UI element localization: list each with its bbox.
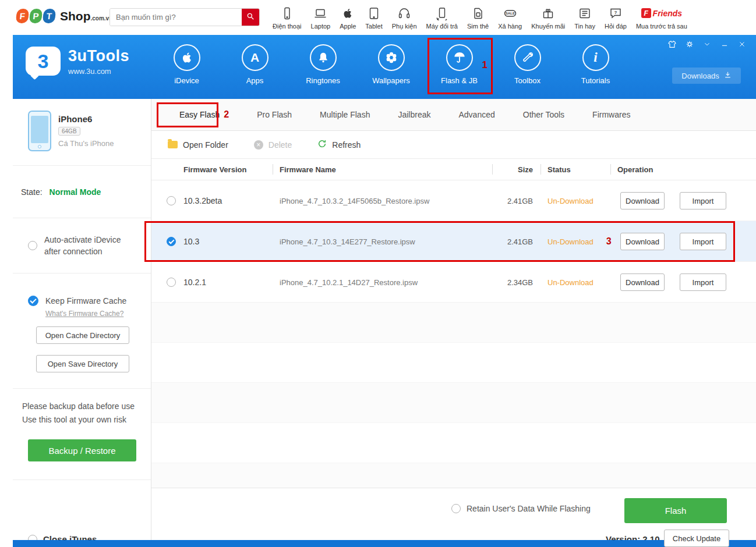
tab-label: Pro Flash <box>257 110 292 119</box>
app-logo[interactable]: 3 3uTools www.3u.com <box>26 47 129 76</box>
app-nav-toolbox[interactable]: Toolbox <box>493 44 561 85</box>
tab-firmwares[interactable]: Firmwares <box>578 99 644 130</box>
table-row[interactable]: 10.2.1 iPhone_4.7_10.2.1_14D27_Restore.i… <box>151 262 756 303</box>
app-nav-label: Flash & JB <box>441 76 478 85</box>
refresh-label: Refresh <box>332 140 361 150</box>
import-button[interactable]: Import <box>680 274 726 291</box>
tab-pro-flash[interactable]: Pro Flash <box>243 99 306 130</box>
site-nav-label: Apple <box>340 23 356 30</box>
firmware-size: 2.41GB <box>478 221 533 262</box>
tab-easy-flash[interactable]: Easy Flash 2 <box>165 99 243 130</box>
firmware-name: iPhone_4.7_10.3.2_14F5065b_Restore.ipsw <box>280 180 429 221</box>
site-nav-khuyen-mai[interactable]: Khuyến mãi <box>527 0 570 35</box>
site-nav-tin-hay[interactable]: Tin hay <box>570 0 600 35</box>
news-icon <box>578 6 592 21</box>
empty-rows-area <box>151 303 756 488</box>
search-input[interactable] <box>110 9 242 26</box>
open-save-directory-button[interactable]: Open Save Directory <box>36 355 129 372</box>
flash-button[interactable]: Flash <box>624 498 727 523</box>
site-nav-sim-the[interactable]: Sim thẻ <box>462 0 493 35</box>
site-nav-label: Xả hàng <box>498 23 522 30</box>
site-nav-label: Phụ kiện <box>392 23 417 30</box>
site-nav-mua-truoc-tra-sau[interactable]: F Friends Mua trước trả sau <box>631 0 692 35</box>
keep-cache-checkbox[interactable] <box>28 296 38 306</box>
bell-icon <box>310 44 337 71</box>
whats-firmware-cache-link[interactable]: What's Firmware Cache? <box>45 310 123 318</box>
backup-restore-button[interactable]: Backup / Restore <box>28 439 136 461</box>
site-nav-may-doi-tra[interactable]: Máy đổi trả <box>422 0 462 35</box>
table-row[interactable]: 10.3.2beta iPhone_4.7_10.3.2_14F5065b_Re… <box>151 180 756 221</box>
search-button[interactable] <box>242 9 259 26</box>
firmware-toolbar: Open Folder Delete Refresh <box>151 131 756 159</box>
app-nav-label: Tutorials <box>581 76 610 85</box>
tab-label: Other Tools <box>523 110 564 119</box>
import-button[interactable]: Import <box>680 192 726 209</box>
firmware-version: 10.3 <box>183 221 199 262</box>
retain-data-radio[interactable] <box>451 504 461 513</box>
firmware-name: iPhone_4.7_10.3_14E277_Restore.ipsw <box>280 221 415 262</box>
app-nav-ringtones[interactable]: Ringtones <box>289 44 357 85</box>
info-letter: i <box>594 50 597 65</box>
tab-label: Multiple Flash <box>320 110 370 119</box>
tab-multiple-flash[interactable]: Multiple Flash <box>306 99 384 130</box>
refresh-button[interactable]: Refresh <box>317 139 361 150</box>
minimize-icon[interactable] <box>719 40 729 48</box>
state-value: Normal Mode <box>50 187 101 197</box>
download-button[interactable]: Download <box>620 192 665 209</box>
import-button[interactable]: Import <box>680 233 726 250</box>
window-controls <box>667 40 747 48</box>
auto-activate-label: Auto-activate iDevice after connection <box>44 234 129 257</box>
app-title: 3uTools <box>68 47 129 65</box>
firmware-status: Un-Download <box>547 180 594 221</box>
firmware-size: 2.41GB <box>478 180 533 221</box>
empty-row <box>151 343 756 383</box>
smartphone-icon <box>280 6 294 21</box>
auto-activate-section: Auto-activate iDevice after connection <box>13 218 151 274</box>
theme-shirt-icon[interactable] <box>667 40 677 48</box>
app-nav-label: Wallpapers <box>372 76 410 85</box>
site-nav-dien-thoai[interactable]: Điện thoại <box>268 0 306 35</box>
app-nav-flash-jb[interactable]: Flash & JB 1 <box>425 44 493 85</box>
site-nav-laptop[interactable]: Laptop <box>306 0 335 35</box>
open-folder-button[interactable]: Open Folder <box>168 140 228 150</box>
site-nav-label: Điện thoại <box>273 23 302 30</box>
app-nav-tutorials[interactable]: i Tutorials <box>561 44 630 85</box>
delete-button[interactable]: Delete <box>254 140 292 150</box>
table-row-selected[interactable]: 10.3 iPhone_4.7_10.3_14E277_Restore.ipsw… <box>151 221 756 262</box>
download-button[interactable]: Download <box>620 274 665 291</box>
row-radio[interactable] <box>167 196 176 205</box>
tab-advanced[interactable]: Advanced <box>444 99 508 130</box>
app-nav-apps[interactable]: A Apps <box>221 44 289 85</box>
row-radio[interactable] <box>167 278 176 287</box>
headphones-icon <box>397 6 411 21</box>
app-nav-idevice[interactable]: iDevice <box>153 44 221 85</box>
open-cache-directory-button[interactable]: Open Cache Directory <box>36 326 129 344</box>
site-header: F P T Shop .com.vn Điện thoại Laptop App… <box>0 0 756 35</box>
retain-data-option[interactable]: Retain User's Data While Flashing <box>451 504 591 513</box>
site-nav-xa-hang[interactable]: SALE Xả hàng <box>493 0 527 35</box>
fpt-shop-logo[interactable]: F P T Shop .com.vn <box>16 9 112 23</box>
site-nav-label: Sim thẻ <box>467 23 489 30</box>
site-nav-label: Laptop <box>311 23 331 30</box>
site-nav-label: Tablet <box>365 23 382 30</box>
auto-activate-radio[interactable] <box>28 241 37 250</box>
download-button[interactable]: Download <box>620 233 665 250</box>
downloads-button[interactable]: Downloads <box>672 68 741 84</box>
close-icon[interactable] <box>737 40 747 48</box>
site-nav-label: Hỏi đáp <box>605 23 627 30</box>
site-nav-hoi-dap[interactable]: ? Hỏi đáp <box>600 0 631 35</box>
table-header: Firmware Version Firmware Name Size Stat… <box>151 159 756 180</box>
site-nav-phu-kien[interactable]: Phụ kiện <box>387 0 422 35</box>
collapse-chevron-icon[interactable] <box>702 40 712 48</box>
site-nav-apple[interactable]: Apple <box>335 0 361 35</box>
downloads-label: Downloads <box>681 72 719 80</box>
settings-gear-icon[interactable] <box>684 40 694 48</box>
row-radio-checked[interactable] <box>167 237 176 246</box>
fpt-logo-t: T <box>43 9 56 23</box>
app-nav-wallpapers[interactable]: Wallpapers <box>357 44 425 85</box>
site-nav-label: Máy đổi trả <box>426 23 458 30</box>
tab-jailbreak[interactable]: Jailbreak <box>384 99 444 130</box>
site-nav-tablet[interactable]: Tablet <box>361 0 387 35</box>
tab-other-tools[interactable]: Other Tools <box>509 99 578 130</box>
check-update-button[interactable]: Check Update <box>664 530 729 547</box>
